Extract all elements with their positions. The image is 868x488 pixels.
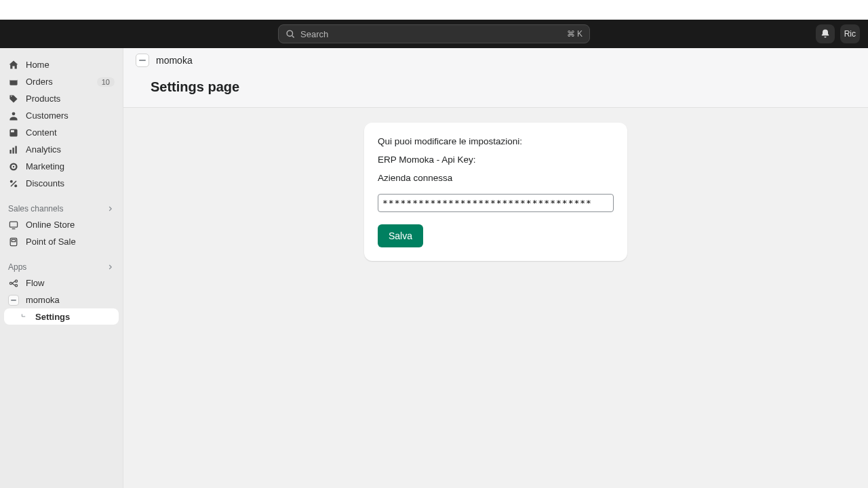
sidebar: Home Orders 10 Products Customers Conten… [0,48,123,488]
sidebar-item-point-of-sale[interactable]: Point of Sale [4,233,119,250]
sidebar-item-label: momoka [26,295,60,305]
sidebar-item-home[interactable]: Home [4,56,119,73]
sidebar-item-discounts[interactable]: Discounts [4,175,119,192]
sidebar-item-label: Discounts [26,178,64,188]
sidebar-item-label: Point of Sale [26,237,76,247]
chevron-right-icon [106,263,115,271]
search-placeholder: Search [300,29,567,39]
svg-point-12 [13,165,14,167]
sidebar-item-momoka[interactable]: momoka [4,291,119,308]
svg-rect-8 [12,147,14,153]
svg-line-1 [292,36,294,38]
svg-point-13 [10,180,13,182]
customers-icon [8,110,19,121]
marketing-icon [8,161,19,172]
group-label: Apps [8,262,26,272]
sidebar-item-label: Marketing [26,161,64,171]
notifications-button[interactable] [816,24,835,43]
group-label: Sales channels [8,204,63,214]
svg-rect-19 [12,239,16,241]
svg-rect-16 [9,222,17,227]
sidebar-item-marketing[interactable]: Marketing [4,158,119,175]
app-icon [8,295,19,306]
sidebar-item-label: Online Store [26,220,75,230]
topbar: Search ⌘ K Ric [0,20,868,48]
svg-rect-6 [11,130,14,132]
search-icon [285,29,295,39]
search-shortcut: ⌘ K [567,29,583,39]
discounts-icon [8,178,19,189]
save-button[interactable]: Salva [378,224,423,247]
api-key-label: ERP Momoka - Api Key: [378,155,614,165]
svg-point-21 [15,280,17,282]
svg-point-4 [12,112,16,115]
svg-rect-9 [15,146,16,153]
sidebar-subitem-settings[interactable]: Settings [4,308,119,325]
svg-line-24 [12,283,16,285]
content-icon [8,127,19,138]
svg-rect-7 [9,150,11,154]
app-icon [136,54,149,67]
analytics-icon [8,144,19,155]
sub-indicator-icon [20,312,30,321]
sidebar-item-products[interactable]: Products [4,90,119,107]
sidebar-item-label: Products [26,94,60,104]
sidebar-item-orders[interactable]: Orders 10 [4,73,119,90]
chevron-right-icon [106,205,115,213]
flow-icon [8,278,19,289]
breadcrumb-app[interactable]: momoka [156,55,193,66]
orders-badge: 10 [97,77,115,87]
api-key-input[interactable] [378,194,614,212]
sidebar-item-online-store[interactable]: Online Store [4,216,119,233]
breadcrumb: momoka [136,54,856,70]
svg-point-0 [287,30,292,36]
sidebar-item-label: Home [26,60,50,70]
products-icon [8,94,19,104]
orders-icon [8,77,19,87]
sidebar-item-label: Orders [26,77,53,87]
sidebar-group-sales-channels[interactable]: Sales channels [4,200,119,216]
svg-line-23 [12,281,16,283]
sidebar-item-flow[interactable]: Flow [4,274,119,291]
svg-rect-3 [9,78,17,80]
sidebar-item-label: Flow [26,278,44,288]
pos-icon [8,237,19,247]
settings-card: Qui puoi modificare le impostazioni: ERP… [364,123,627,261]
sidebar-item-content[interactable]: Content [4,124,119,141]
bell-icon [820,28,831,39]
content-header: momoka Settings page [123,48,868,108]
sidebar-item-label: Settings [35,312,70,322]
sidebar-item-label: Content [26,127,57,138]
svg-point-22 [15,284,17,286]
sidebar-item-analytics[interactable]: Analytics [4,141,119,158]
sidebar-group-apps[interactable]: Apps [4,258,119,274]
sidebar-item-label: Analytics [26,144,61,155]
online-store-icon [8,220,19,230]
sidebar-item-label: Customers [26,110,68,121]
settings-intro: Qui puoi modificare le impostazioni: [378,136,614,146]
page-title: Settings page [136,70,856,107]
home-icon [8,60,19,70]
user-menu[interactable]: Ric [840,24,860,43]
svg-point-20 [9,282,12,284]
user-short: Ric [844,29,856,39]
main-content: momoka Settings page Qui puoi modificare… [123,48,868,488]
search-input[interactable]: Search ⌘ K [278,24,590,43]
sidebar-item-customers[interactable]: Customers [4,107,119,124]
connected-company-label: Azienda connessa [378,173,614,183]
svg-point-14 [14,184,17,187]
